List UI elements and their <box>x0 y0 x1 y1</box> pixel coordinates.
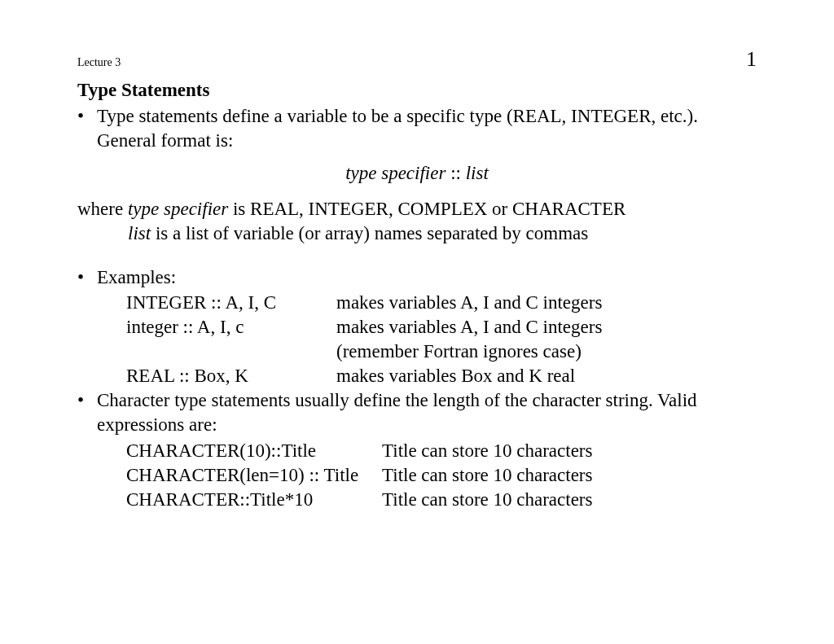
bullet-item-1: • Type statements define a variable to b… <box>77 104 757 153</box>
where-block: where type specifier is REAL, INTEGER, C… <box>77 197 757 246</box>
table-row: CHARACTER(10)::Title Title can store 10 … <box>126 439 757 463</box>
example-desc: makes variables Box and K real <box>336 364 757 388</box>
example-code <box>126 340 336 364</box>
bullet-text: Examples: <box>97 265 757 290</box>
format-line: type specifier :: list <box>77 163 757 184</box>
table-row: integer :: A, I, c makes variables A, I … <box>126 315 757 340</box>
table-row: CHARACTER(len=10) :: Title Title can sto… <box>126 463 757 488</box>
lecture-label: Lecture 3 <box>77 56 121 69</box>
example-code: REAL :: Box, K <box>126 364 336 388</box>
example-desc: makes variables A, I and C integers <box>336 291 757 315</box>
format-separator: :: <box>446 163 465 183</box>
format-type-specifier: type specifier <box>345 163 446 183</box>
where-rest-2: is a list of variable (or array) names s… <box>151 223 588 243</box>
bullet-text: Character type statements usually define… <box>97 388 757 437</box>
table-row: REAL :: Box, K makes variables Box and K… <box>126 364 757 388</box>
bullet-text: Type statements define a variable to be … <box>97 104 757 153</box>
examples-table: INTEGER :: A, I, C makes variables A, I … <box>77 291 757 388</box>
page-number: 1 <box>746 47 757 72</box>
table-row: INTEGER :: A, I, C makes variables A, I … <box>126 291 757 315</box>
where-list: list <box>128 223 151 243</box>
char-code: CHARACTER(len=10) :: Title <box>126 463 382 488</box>
example-code: integer :: A, I, c <box>126 315 336 340</box>
example-desc: makes variables A, I and C integers <box>336 315 757 340</box>
bullet-marker: • <box>77 388 97 437</box>
table-row: CHARACTER::Title*10 Title can store 10 c… <box>126 488 757 512</box>
where-rest-1: is REAL, INTEGER, COMPLEX or CHARACTER <box>228 199 626 219</box>
section-title: Type Statements <box>77 80 757 101</box>
char-desc: Title can store 10 characters <box>382 488 757 512</box>
char-code: CHARACTER(10)::Title <box>126 439 382 463</box>
page-header: Lecture 3 1 <box>77 47 757 72</box>
where-prefix: where <box>77 199 128 219</box>
char-desc: Title can store 10 characters <box>382 463 757 488</box>
table-row: (remember Fortran ignores case) <box>126 340 757 364</box>
bullet-item-2: • Examples: <box>77 265 757 290</box>
char-desc: Title can store 10 characters <box>382 439 757 463</box>
bullet-marker: • <box>77 104 97 153</box>
bullet-item-3: • Character type statements usually defi… <box>77 388 757 437</box>
where-line-2: list is a list of variable (or array) na… <box>77 221 757 246</box>
where-type-specifier: type specifier <box>128 199 228 219</box>
bullet-marker: • <box>77 265 97 290</box>
format-list: list <box>466 163 489 183</box>
where-line-1: where type specifier is REAL, INTEGER, C… <box>77 197 757 221</box>
character-table: CHARACTER(10)::Title Title can store 10 … <box>77 439 757 512</box>
example-code: INTEGER :: A, I, C <box>126 291 336 315</box>
document-page: Lecture 3 1 Type Statements • Type state… <box>0 0 834 511</box>
example-desc: (remember Fortran ignores case) <box>336 340 757 364</box>
char-code: CHARACTER::Title*10 <box>126 488 382 512</box>
